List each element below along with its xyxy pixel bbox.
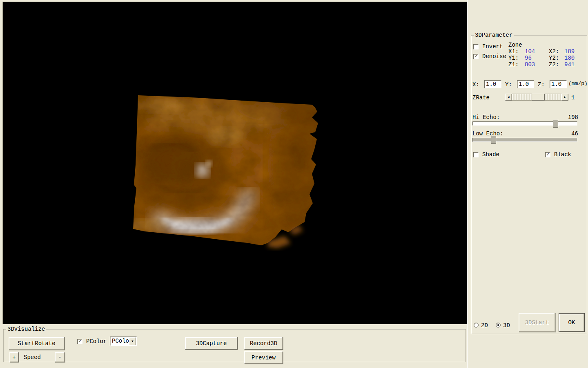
visualize-groupbox: 3DVisualize StartRotate + Speed - ✓ PCol… bbox=[3, 329, 466, 362]
ok-button[interactable]: OK bbox=[559, 314, 584, 332]
low-echo-label: Low Echo: bbox=[472, 130, 503, 137]
mode-2d-label: 2D bbox=[481, 322, 488, 329]
zone-y1-value: 96 bbox=[525, 55, 532, 61]
pcolor-checkbox[interactable]: ✓ bbox=[77, 339, 82, 344]
3dstart-button[interactable]: 3DStart bbox=[519, 313, 555, 332]
scale-x-input[interactable] bbox=[484, 80, 501, 88]
check-icon: ✓ bbox=[78, 339, 81, 344]
black-label: Black bbox=[554, 151, 571, 158]
zone-z1-value: 803 bbox=[525, 61, 535, 68]
check-icon: ✓ bbox=[546, 152, 549, 157]
radio-dot-icon bbox=[497, 324, 499, 326]
zone-title: Zone bbox=[508, 42, 522, 48]
zone-x2-label: X2: bbox=[549, 48, 559, 55]
scale-y-label: Y: bbox=[505, 81, 512, 88]
zone-z2-label: Z2: bbox=[549, 61, 559, 68]
denoise-label: Denoise bbox=[482, 53, 506, 60]
mode-2d-radio[interactable] bbox=[474, 323, 479, 328]
hi-echo-track[interactable] bbox=[472, 121, 577, 126]
zrate-value: 1 bbox=[571, 94, 575, 101]
ultrasound-volume-render bbox=[3, 2, 467, 325]
hi-echo-thumb[interactable] bbox=[553, 119, 558, 128]
black-checkbox[interactable]: ✓ bbox=[545, 152, 550, 157]
visualize-panel: 3DVisualize StartRotate + Speed - ✓ PCol… bbox=[0, 324, 467, 368]
zrate-label: ZRate bbox=[472, 94, 490, 101]
scale-z-label: Z: bbox=[538, 81, 545, 88]
zone-y1-label: Y1: bbox=[508, 55, 519, 61]
record3d-button[interactable]: Record3D bbox=[244, 337, 283, 350]
visualize-group-title: 3DVisualize bbox=[6, 326, 46, 332]
application-window: { "glyphs": { "check": "✓", "arrow_left"… bbox=[0, 0, 588, 368]
check-icon: ✓ bbox=[474, 54, 477, 59]
zone-z1-label: Z1: bbox=[508, 61, 519, 68]
shade-checkbox[interactable] bbox=[473, 152, 479, 157]
parameter-group-title: 3DParameter bbox=[474, 32, 514, 38]
scale-y-input[interactable] bbox=[517, 80, 534, 88]
mode-3d-radio[interactable] bbox=[496, 323, 501, 328]
speed-minus-button[interactable]: - bbox=[55, 352, 65, 362]
zone-y2-label: Y2: bbox=[549, 55, 559, 61]
zrate-thumb[interactable] bbox=[532, 94, 545, 101]
hi-echo-value: 198 bbox=[565, 114, 578, 121]
render-viewport[interactable] bbox=[2, 2, 467, 324]
invert-label: Invert bbox=[482, 43, 503, 50]
start-rotate-button[interactable]: StartRotate bbox=[9, 337, 65, 350]
scale-unit-label: (mm/p) bbox=[568, 81, 588, 87]
invert-checkbox[interactable] bbox=[473, 44, 479, 49]
mode-3d-label: 3D bbox=[503, 322, 510, 329]
zone-z2-value: 941 bbox=[564, 61, 575, 68]
low-echo-track[interactable] bbox=[472, 138, 577, 142]
zone-x1-label: X1: bbox=[508, 48, 519, 55]
shade-label: Shade bbox=[482, 151, 499, 158]
zrate-right-arrow-icon[interactable]: ► bbox=[561, 94, 568, 101]
hi-echo-label: Hi Echo: bbox=[472, 114, 500, 121]
scale-z-input[interactable] bbox=[550, 80, 567, 88]
scale-x-label: X: bbox=[472, 81, 479, 88]
3dcapture-button[interactable]: 3DCapture bbox=[185, 337, 238, 350]
speed-plus-button[interactable]: + bbox=[9, 352, 19, 362]
parameter-panel: 3DParameter Invert ✓ Denoise Zone X1: 10… bbox=[467, 0, 588, 368]
low-echo-thumb[interactable] bbox=[491, 136, 496, 144]
low-echo-value: 46 bbox=[565, 130, 578, 137]
zone-x1-value: 104 bbox=[525, 48, 535, 55]
parameter-groupbox: 3DParameter Invert ✓ Denoise Zone X1: 10… bbox=[471, 35, 587, 334]
chevron-down-icon[interactable]: ▼ bbox=[129, 337, 136, 345]
preview-button[interactable]: Preview bbox=[244, 351, 283, 364]
zrate-left-arrow-icon[interactable]: ◄ bbox=[505, 94, 512, 101]
denoise-checkbox[interactable]: ✓ bbox=[473, 54, 479, 59]
pcolor-combobox[interactable]: PColor ▼ bbox=[110, 337, 137, 346]
zone-y2-value: 180 bbox=[564, 55, 575, 61]
pcolor-label: PColor bbox=[86, 338, 107, 345]
zone-x2-value: 189 bbox=[564, 48, 575, 55]
speed-label: Speed bbox=[24, 354, 41, 361]
